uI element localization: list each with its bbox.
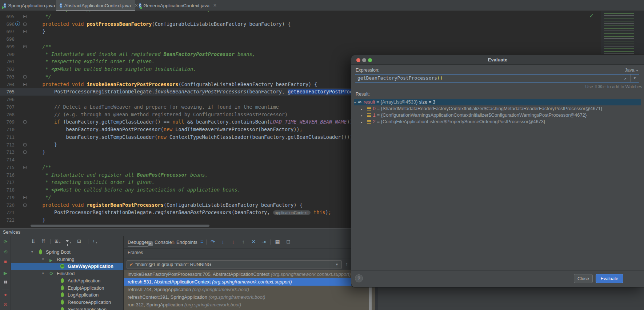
pause-icon[interactable]: ▮▮ [0,280,11,284]
result-child-row[interactable]: ▸1 = {ConfigurationWarningsApplicationCo… [361,112,641,118]
resume-icon[interactable]: ▶ [0,270,11,276]
line-number[interactable]: 719 [0,194,15,201]
run-to-cursor-icon[interactable]: ⇥ [260,239,267,245]
line-number[interactable]: 705 [0,88,15,96]
help-button[interactable]: ? [355,274,363,282]
close-window-icon[interactable] [356,58,360,62]
rerun-icon[interactable]: ⟳ [0,239,11,245]
chevron-down-icon[interactable]: ▼ [335,261,339,269]
rerun-debug-icon[interactable]: ⟲ [0,249,11,255]
editor-minimap[interactable] [601,11,644,54]
step-into-icon[interactable]: ↓ [219,239,227,245]
line-number[interactable]: 715 [0,164,15,171]
drop-frame-icon[interactable]: ✕ [250,239,257,245]
collapse-all-icon[interactable]: ⇈ [41,238,45,244]
line-number[interactable]: 708 [0,111,15,118]
line-number[interactable]: 698 [0,35,15,43]
chevron-down-icon[interactable]: ▾ [31,249,33,256]
line-number[interactable]: 721 [0,209,15,216]
line-number[interactable]: 712 [0,141,15,149]
evaluate-button[interactable]: Evaluate [596,274,623,283]
stop-icon[interactable]: ■ [0,259,11,264]
add-service-icon[interactable]: + ▾ [92,238,97,244]
line-number[interactable]: 706 [0,96,15,103]
view-breakpoints-icon[interactable]: ● [0,292,11,297]
editor-tab[interactable]: CSpringApplication.java✕ [0,0,56,11]
expression-input[interactable]: getBeanFactoryPostProcessors() ↗ ▼ [355,74,639,82]
force-step-into-icon[interactable]: ↓ [229,239,237,245]
chevron-down-icon[interactable]: ▾ [42,270,44,277]
stack-frame-row[interactable]: refresh:744, SpringApplication (org.spri… [124,286,375,293]
services-tree-row[interactable]: LogApplication [11,291,124,299]
evaluate-expression-icon[interactable]: ▦ [274,239,281,245]
close-button[interactable]: Close [574,274,593,283]
fold-marker-icon[interactable]: − [23,45,27,48]
stack-frame-row[interactable]: refresh:531, AbstractApplicationContext … [124,278,375,286]
line-number[interactable]: 710 [0,126,15,133]
expression-history-dropdown[interactable]: ▼ [630,75,639,82]
step-over-icon[interactable]: ↷ [209,239,216,245]
fold-marker-icon[interactable]: − [23,143,27,146]
stack-frame-row[interactable]: invokeBeanFactoryPostProcessors:705, Abs… [124,270,375,278]
line-number[interactable]: 701 [0,58,15,65]
step-out-icon[interactable]: ↑ [240,239,247,245]
minimize-window-icon[interactable] [362,58,366,62]
fold-marker-icon[interactable]: − [23,83,27,86]
line-number[interactable]: 704 [0,81,15,88]
services-tree-row[interactable]: EquiptApplication [11,285,124,292]
fold-marker-icon[interactable]: − [23,166,27,169]
fold-marker-icon[interactable]: − [23,30,27,33]
layout-settings-icon[interactable]: ⊟ [285,239,292,245]
fold-marker-icon[interactable]: − [23,204,27,207]
services-tree-row[interactable]: ▾Spring Boot [11,249,124,256]
stack-frame-row[interactable]: refreshContext:391, SpringApplication (o… [124,293,375,301]
top-frame-icon[interactable]: ↑ [345,261,348,267]
editor-tab[interactable]: CGenericApplicationContext.java✕ [135,0,215,11]
fold-marker-icon[interactable]: − [23,23,27,26]
line-number[interactable]: 700 [0,51,15,58]
line-number[interactable]: 702 [0,65,15,73]
filter-icon[interactable]: ▾ [65,238,71,244]
open-in-new-window-icon[interactable]: ⊡ [77,238,81,244]
fold-marker-icon[interactable]: − [23,120,27,124]
line-number[interactable]: 718 [0,186,15,194]
tab-console[interactable]: ▸Console [148,236,172,248]
overrides-method-icon[interactable]: ↓ [15,21,20,26]
services-tree-row[interactable]: SystemApplication [11,306,124,310]
chevron-right-icon[interactable]: ▸ [361,107,363,111]
group-by-icon[interactable]: ⊞ ▾ [55,238,60,244]
chevron-down-icon[interactable]: ▾ [42,256,44,263]
line-number[interactable]: 697 [0,28,15,35]
editor-horizontal-scrollbar[interactable] [31,225,209,227]
result-child-row[interactable]: ▸0 = {SharedMetadataReaderFactoryContext… [361,105,641,112]
line-number[interactable]: 696 [0,20,15,28]
language-selector[interactable]: Java ▼ [625,68,639,73]
services-tree-row[interactable]: AuthApplication [11,277,124,285]
line-number[interactable]: 707 [0,103,15,111]
fold-marker-icon[interactable]: − [23,75,27,78]
expand-all-icon[interactable]: ⇊ [31,238,35,244]
line-number[interactable]: 720 [0,201,15,209]
line-number[interactable]: 711 [0,133,15,141]
line-number[interactable]: 713 [0,148,15,156]
services-tree-row[interactable]: ResourceApplication [11,299,124,306]
expand-editor-icon[interactable]: ↗ [624,75,627,82]
line-number[interactable]: 709 [0,118,15,126]
line-number[interactable]: 717 [0,178,15,186]
threads-view-icon[interactable]: ≡ [198,239,205,245]
tab-endpoints[interactable]: ∴Endpoints [171,236,197,248]
chevron-right-icon[interactable]: ▸ [361,120,363,124]
mute-breakpoints-icon[interactable]: ⊘ [0,302,11,307]
services-tree-row[interactable]: GateWayApplication [11,263,124,270]
chevron-down-icon[interactable]: ▾ [354,101,356,104]
line-number[interactable]: 722 [0,216,15,224]
zoom-window-icon[interactable] [368,58,372,62]
fold-marker-icon[interactable]: − [23,150,27,154]
result-child-row[interactable]: ▸2 = {ConfigFileApplicationListener$Prop… [361,118,641,125]
chevron-right-icon[interactable]: ▸ [361,114,363,117]
fold-marker-icon[interactable]: − [23,196,27,199]
line-number[interactable]: 714 [0,156,15,164]
result-root-row[interactable]: ▾∞result = {ArrayList@4533} size = 3 [354,99,641,105]
line-number[interactable]: 716 [0,171,15,179]
inspections-ok-icon[interactable]: ✓ [589,12,594,19]
